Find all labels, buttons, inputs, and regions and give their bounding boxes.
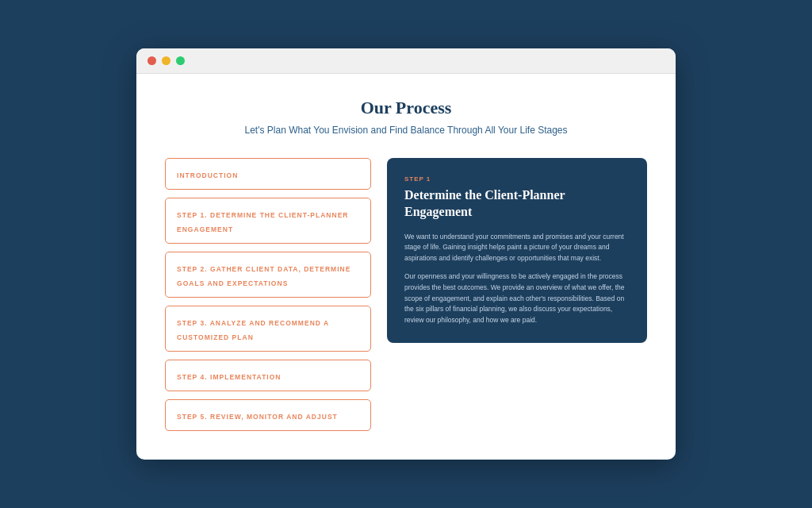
browser-content: Our Process Let's Plan What You Envision…: [136, 74, 676, 460]
menu-item-step2[interactable]: STEP 2. GATHER CLIENT DATA, DETERMINEGOA…: [165, 252, 371, 298]
menu-item-introduction[interactable]: INTRODUCTION: [165, 158, 371, 190]
browser-dot-red: [147, 56, 156, 65]
menu-item-step5[interactable]: STEP 5. REVIEW, MONITOR AND ADJUST: [165, 399, 371, 431]
browser-window: Our Process Let's Plan What You Envision…: [136, 48, 676, 460]
step-paragraph-1: We want to understand your commitments a…: [404, 232, 630, 264]
browser-dot-green: [176, 56, 185, 65]
menu-item-label-introduction: INTRODUCTION: [177, 171, 238, 179]
step-label: STEP 1: [404, 175, 630, 183]
main-layout: INTRODUCTION STEP 1. DETERMINE THE CLIEN…: [165, 158, 647, 431]
page-subtitle: Let's Plan What You Envision and Find Ba…: [165, 125, 647, 136]
right-panel: STEP 1 Determine the Client-Planner Enga…: [387, 158, 647, 343]
browser-dot-yellow: [162, 56, 170, 65]
left-panel: INTRODUCTION STEP 1. DETERMINE THE CLIEN…: [165, 158, 371, 431]
page-title: Our Process: [165, 98, 647, 118]
menu-item-label-step4: STEP 4. IMPLEMENTATION: [177, 373, 282, 381]
step-paragraph-2: Our openness and your willingness to be …: [404, 271, 630, 325]
browser-toolbar: [136, 48, 676, 74]
menu-item-label-step1: STEP 1. DETERMINE THE CLIENT-PLANNERENGA…: [177, 211, 349, 233]
menu-item-label-step3: STEP 3. ANALYZE AND RECOMMEND ACUSTOMIZE…: [177, 319, 329, 341]
step-body: We want to understand your commitments a…: [404, 232, 630, 326]
page-header: Our Process Let's Plan What You Envision…: [165, 98, 647, 136]
menu-item-step4[interactable]: STEP 4. IMPLEMENTATION: [165, 360, 371, 391]
menu-item-label-step5: STEP 5. REVIEW, MONITOR AND ADJUST: [177, 413, 338, 421]
step-title: Determine the Client-Planner Engagement: [404, 187, 630, 221]
menu-item-label-step2: STEP 2. GATHER CLIENT DATA, DETERMINEGOA…: [177, 265, 350, 287]
menu-item-step1[interactable]: STEP 1. DETERMINE THE CLIENT-PLANNERENGA…: [165, 198, 371, 244]
menu-item-step3[interactable]: STEP 3. ANALYZE AND RECOMMEND ACUSTOMIZE…: [165, 306, 371, 352]
